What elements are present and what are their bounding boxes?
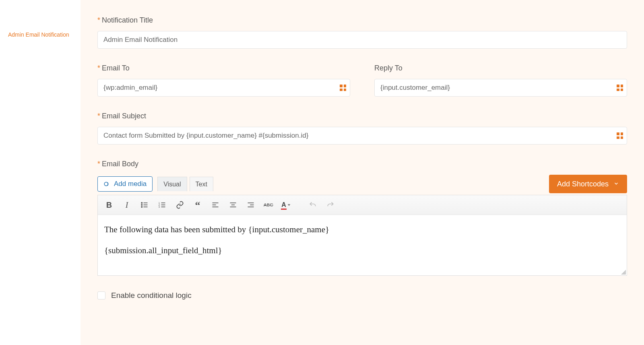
svg-marker-22 — [287, 204, 290, 206]
add-media-label: Add media — [114, 180, 147, 188]
bullet-list-button[interactable] — [139, 199, 150, 211]
link-button[interactable] — [174, 199, 186, 211]
undo-button[interactable] — [307, 199, 318, 211]
required-marker: * — [97, 64, 100, 72]
label-text: Email To — [102, 64, 130, 72]
format-toolbar: B I 123 “ — [98, 195, 627, 215]
svg-point-1 — [141, 202, 142, 204]
editor-content[interactable]: The following data has been submitted by… — [98, 215, 627, 275]
sidebar: Admin Email Notification — [0, 0, 80, 345]
svg-point-3 — [141, 205, 142, 206]
chevron-down-icon — [613, 180, 619, 188]
body-line-2: {submission.all_input_field_html} — [104, 243, 620, 258]
add-shortcodes-label: Add Shortcodes — [557, 180, 609, 188]
notification-title-input[interactable] — [97, 31, 627, 49]
email-subject-label: *Email Subject — [97, 112, 627, 120]
bold-button[interactable]: B — [103, 199, 115, 211]
numbered-list-button[interactable]: 123 — [157, 199, 168, 211]
resize-handle-icon[interactable] — [620, 269, 626, 275]
required-marker: * — [97, 160, 100, 168]
sidebar-item-admin-email[interactable]: Admin Email Notification — [0, 29, 80, 40]
shortcode-picker-icon[interactable] — [617, 132, 623, 139]
label-text: Email Body — [102, 160, 138, 168]
field-email-subject: *Email Subject — [97, 112, 627, 145]
main-panel: *Notification Title *Email To Reply To — [80, 0, 644, 345]
shortcode-picker-icon[interactable] — [340, 85, 346, 91]
text-color-button[interactable]: A — [281, 199, 292, 211]
email-to-input[interactable] — [97, 79, 350, 97]
conditional-logic-label: Enable conditional logic — [111, 291, 192, 300]
redo-button[interactable] — [325, 199, 336, 211]
notification-title-label: *Notification Title — [97, 16, 627, 25]
align-center-button[interactable] — [227, 199, 239, 211]
strikethrough-button[interactable]: ABC — [263, 199, 274, 211]
chevron-down-icon — [287, 203, 291, 207]
align-right-button[interactable] — [245, 199, 256, 211]
field-email-to: *Email To — [97, 64, 350, 97]
shortcode-picker-icon[interactable] — [617, 85, 623, 91]
body-line-1: The following data has been submitted by… — [104, 222, 620, 238]
italic-button[interactable]: I — [121, 199, 132, 211]
field-conditional-logic: Enable conditional logic — [97, 291, 627, 308]
tab-visual[interactable]: Visual — [157, 177, 187, 191]
email-body-label: *Email Body — [97, 160, 627, 168]
tab-text[interactable]: Text — [190, 177, 213, 191]
svg-text:3: 3 — [159, 206, 160, 208]
label-text: Reply To — [374, 64, 402, 72]
media-icon — [103, 180, 111, 188]
email-to-label: *Email To — [97, 64, 350, 72]
editor-toolbar-row: Add media Visual Text Add Shortcodes — [97, 175, 627, 193]
add-shortcodes-button[interactable]: Add Shortcodes — [549, 175, 627, 193]
rich-text-editor: B I 123 “ — [97, 195, 627, 276]
required-marker: * — [97, 16, 100, 24]
required-marker: * — [97, 112, 100, 120]
label-text: Notification Title — [102, 16, 153, 24]
email-subject-input[interactable] — [97, 127, 627, 145]
field-reply-to: Reply To — [374, 64, 627, 97]
editor-mode-tabs: Visual Text — [157, 177, 213, 191]
row-email-to-reply-to: *Email To Reply To — [97, 64, 627, 97]
reply-to-label: Reply To — [374, 64, 627, 72]
conditional-logic-checkbox[interactable] — [97, 291, 105, 300]
field-notification-title: *Notification Title — [97, 16, 627, 49]
svg-point-5 — [141, 207, 142, 208]
reply-to-input[interactable] — [374, 79, 627, 97]
label-text: Email Subject — [102, 112, 146, 120]
field-email-body: *Email Body Add media Visual Text — [97, 160, 627, 276]
add-media-button[interactable]: Add media — [97, 176, 153, 192]
blockquote-button[interactable]: “ — [192, 199, 203, 211]
align-left-button[interactable] — [210, 199, 221, 211]
